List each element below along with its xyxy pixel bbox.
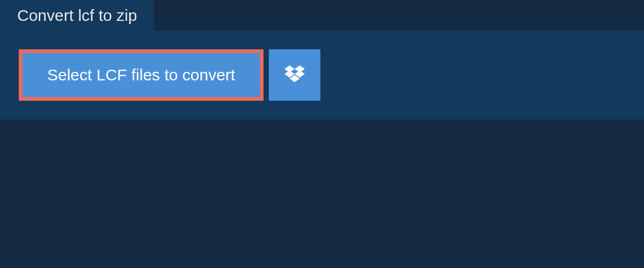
active-tab[interactable]: Convert lcf to zip [0, 0, 154, 31]
dropbox-icon [284, 65, 305, 85]
button-row: Select LCF files to convert [0, 31, 644, 120]
content-panel: Convert lcf to zip Select LCF files to c… [0, 31, 644, 120]
bottom-area [0, 120, 644, 268]
select-files-button[interactable]: Select LCF files to convert [19, 49, 264, 101]
dropbox-button[interactable] [269, 49, 320, 101]
tab-title: Convert lcf to zip [17, 6, 137, 25]
select-files-label: Select LCF files to convert [47, 66, 235, 84]
